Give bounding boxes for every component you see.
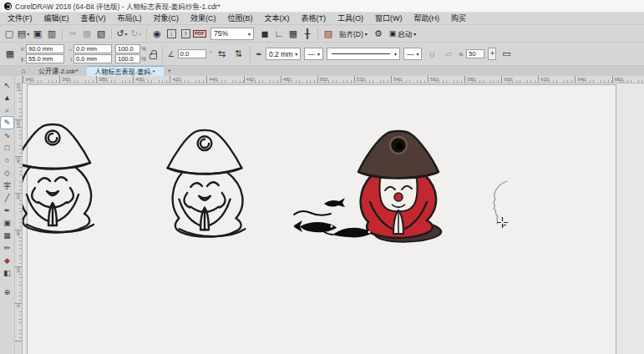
home-icon[interactable]: ⌂: [17, 66, 30, 76]
cut-button: ✂: [66, 27, 79, 41]
chevron-down-icon: ▾: [139, 31, 142, 37]
paste-button[interactable]: ▧: [94, 27, 108, 41]
end-arrowhead-combobox[interactable]: — ▾: [403, 48, 423, 60]
chevron-down-icon: ▾: [394, 51, 397, 57]
menu-text[interactable]: 文本(X): [259, 13, 296, 24]
welcome-screen-button[interactable]: ▨: [322, 27, 335, 41]
ruler-tick: 40: [15, 230, 22, 267]
scale-x-field[interactable]: 100.0: [115, 44, 140, 53]
mirror-horizontal-button[interactable]: ⇆: [215, 47, 228, 61]
tab-document-2[interactable]: 人物标志表现-姜妈.*: [87, 66, 164, 76]
ruler-tick: 100: [15, 120, 22, 157]
ruler-tick: 520: [354, 76, 391, 83]
ellipse-tool[interactable]: ○: [1, 154, 13, 166]
artwork-fish-group[interactable]: [292, 197, 380, 239]
open-button[interactable]: ▤▾: [17, 27, 30, 41]
artwork-monk-outline-1[interactable]: [23, 115, 94, 240]
interactive-fill-tool[interactable]: ◧: [1, 267, 13, 279]
mirror-vertical-button[interactable]: ⇅: [231, 47, 245, 61]
cut-icon: ✂: [68, 27, 76, 41]
undo-button[interactable]: ↺▾: [115, 27, 129, 41]
print-button[interactable]: ▥: [45, 27, 58, 41]
customize-toolbox-button[interactable]: ⊕: [1, 286, 13, 298]
snap-to-combobox[interactable]: 贴齐(D) ▾: [336, 28, 371, 38]
menu-layout[interactable]: 布局(L): [112, 13, 148, 24]
freehand-tool[interactable]: ✎: [1, 117, 13, 129]
rectangle-tool[interactable]: □: [1, 142, 13, 154]
menu-effects[interactable]: 效果(C): [185, 13, 222, 24]
drop-shadow-tool[interactable]: ▣: [1, 217, 13, 229]
artwork-monk-outline-2[interactable]: [163, 122, 246, 244]
tab-document-1[interactable]: 公开课-2.cdr*: [30, 66, 87, 76]
publish-pdf-button[interactable]: PDF: [193, 27, 206, 41]
position-y-field[interactable]: 55.0 mm: [26, 54, 64, 63]
smart-fill-tool[interactable]: ◆: [1, 255, 13, 266]
menu-buy[interactable]: 购买: [445, 13, 472, 24]
dimension-tool[interactable]: ╱: [1, 192, 13, 204]
menu-window[interactable]: 窗口(W): [369, 13, 408, 24]
ruler-tick: 560: [428, 76, 464, 83]
zoom-tool[interactable]: ⌕: [1, 104, 13, 116]
export-button[interactable]: ↑: [179, 27, 192, 41]
smoothing-stepper[interactable]: +: [488, 48, 496, 60]
copy-button: ▦: [80, 27, 94, 41]
text-tool[interactable]: 字: [1, 180, 13, 191]
new-tab-button[interactable]: +: [164, 66, 175, 76]
scale-y-field[interactable]: 100.0: [115, 54, 140, 63]
show-rulers-button[interactable]: ∟: [272, 27, 286, 41]
chevron-down-icon: ▾: [416, 51, 418, 57]
vertical-ruler[interactable]: 120100806040200: [15, 83, 23, 354]
menu-help[interactable]: 帮助(H): [408, 13, 446, 24]
transparency-tool[interactable]: ▦: [1, 230, 13, 241]
pick-tool[interactable]: ↖: [1, 79, 13, 91]
freehand-smoothing-field[interactable]: 50: [466, 49, 484, 58]
drawing-canvas[interactable]: [23, 83, 644, 354]
search-content-button[interactable]: ◉: [150, 27, 164, 41]
horizontal-ruler[interactable]: 3403603804004204404604805005205405605806…: [23, 76, 644, 83]
menu-tools[interactable]: 工具(O): [332, 13, 369, 24]
shape-tool[interactable]: ▲: [1, 92, 13, 104]
new-document-button[interactable]: ▢: [3, 27, 16, 41]
page-metrics-button[interactable]: ▦: [3, 47, 17, 61]
show-grid-button[interactable]: ▦: [287, 27, 300, 41]
pen-tool[interactable]: ✒: [1, 205, 13, 216]
menu-view[interactable]: 查看(V): [75, 13, 112, 24]
outline-width-combobox[interactable]: 0.2 mm ▾: [266, 48, 301, 60]
ruler-tick: 580: [464, 76, 501, 83]
line-style-combobox[interactable]: ▾: [327, 48, 400, 60]
application-launcher-icon: ▣: [389, 29, 397, 38]
zoom-level-combobox[interactable]: 75% ▾: [210, 28, 254, 40]
ruler-origin[interactable]: [15, 76, 23, 83]
divider: [162, 46, 163, 63]
options-button[interactable]: ⚙: [372, 27, 385, 41]
menu-table[interactable]: 表格(T): [296, 13, 332, 24]
position-x-field[interactable]: 90.0 mm: [26, 44, 64, 53]
ruler-tick: 420: [170, 76, 206, 83]
menu-object[interactable]: 对象(C): [148, 13, 185, 24]
welcome-screen-icon: ▨: [324, 27, 332, 41]
bezier-tool[interactable]: ∿: [1, 129, 13, 141]
menu-bitmaps[interactable]: 位图(B): [222, 13, 259, 24]
export-icon: ↑: [181, 29, 190, 38]
show-guidelines-button[interactable]: ╂: [301, 27, 314, 41]
show-grid-icon: ▦: [289, 27, 297, 41]
object-height-field[interactable]: 0.0 mm: [74, 54, 112, 63]
polygon-tool[interactable]: ◇: [1, 167, 13, 179]
import-button[interactable]: ↓: [165, 27, 178, 41]
start-arrowhead-combobox[interactable]: — ▾: [304, 48, 323, 60]
ruler-tick: 440: [206, 76, 243, 83]
launch-combobox[interactable]: ▣ 启动 ▾: [386, 28, 420, 38]
bounding-box-button[interactable]: ▭: [499, 47, 513, 61]
show-rulers-icon: ∟: [275, 27, 284, 41]
rotation-angle-field[interactable]: 0.0: [178, 49, 206, 58]
eyedropper-tool[interactable]: ✏: [1, 242, 13, 254]
fullscreen-preview-button[interactable]: ◼: [258, 27, 271, 41]
lock-ratio-button[interactable]: [150, 53, 157, 59]
close-curve-button: ∪: [425, 47, 439, 61]
menu-edit[interactable]: 编辑(E): [38, 13, 75, 24]
menu-file[interactable]: 文件(F): [2, 13, 38, 24]
ruler-tick: 600: [501, 76, 538, 83]
save-button[interactable]: ▣: [31, 27, 44, 41]
object-width-field[interactable]: 0.0 mm: [74, 44, 112, 53]
ruler-tick: 400: [133, 76, 170, 83]
